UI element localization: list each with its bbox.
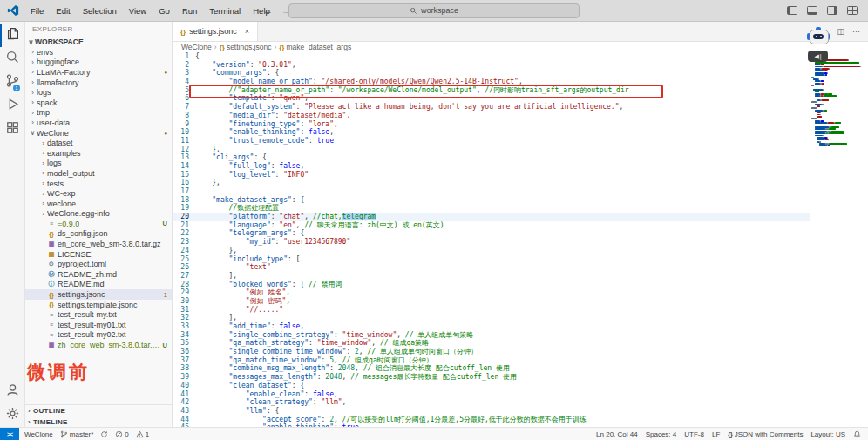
code-editor[interactable]: 1234567891011121314151617181920212223242… [173, 52, 868, 427]
tree-item-dataset[interactable]: ›dataset [25, 138, 172, 148]
outline-section[interactable]: ›OUTLINE [25, 404, 172, 416]
status-errors[interactable]: 0 [115, 430, 128, 438]
tree-item-test-result-my.txt[interactable]: ≡test_result-my.txt [25, 309, 172, 320]
editor-more-actions-icon[interactable]: ··· [852, 27, 860, 36]
minimap[interactable] [811, 53, 865, 147]
code-line-31[interactable]: "//....." [195, 306, 809, 315]
tree-item-settings.template.jsonc[interactable]: {}settings.template.jsonc [25, 300, 172, 310]
breadcrumb-settings.jsonc[interactable]: {}settings.jsonc [220, 43, 272, 51]
code-line-5[interactable]: //"adapter_name_or_path": "/workspace/We… [195, 86, 809, 95]
tree-item-readme-zh.md[interactable]: ⓂREADME_zh.md [25, 269, 172, 280]
tree-item-ds-config.json[interactable]: {}ds_config.json [25, 229, 172, 240]
tab-settings-jsonc[interactable]: {} settings.jsonc × [173, 22, 258, 41]
explorer-more-actions-icon[interactable]: ··· [154, 25, 165, 34]
workspace-section-header[interactable]: ∨ WORKSPACE [25, 37, 172, 47]
activity-manage[interactable] [0, 403, 24, 427]
code-line-4[interactable]: "model_name_or_path": "/shared-only/mode… [195, 78, 809, 86]
status-cursor-position[interactable]: Ln 20, Col 44 [596, 430, 638, 438]
code-line-21[interactable]: "language": "en", // 聊天常用语言: zh(中文) 或 en… [195, 221, 809, 230]
code-line-29[interactable]: "例如 姓名", [195, 288, 809, 297]
split-editor-icon[interactable]: ◫ [837, 27, 844, 36]
nav-back-icon[interactable]: ← [263, 5, 273, 16]
code-line-13[interactable]: "cli_args": { [195, 153, 809, 162]
tree-item-model-output[interactable]: ›model_output [25, 168, 172, 179]
toggle-secondary-sidebar-icon[interactable] [827, 6, 837, 15]
tree-item-test-result-my01.txt[interactable]: ≡test_result-my01.txt [25, 320, 172, 330]
code-line-8[interactable]: "media_dir": "dataset/media", [195, 112, 809, 120]
menu-go[interactable]: Go [153, 1, 176, 21]
status-indentation[interactable]: Spaces: 4 [646, 430, 677, 438]
customize-layout-icon[interactable] [847, 6, 858, 15]
code-line-35[interactable]: "qa_match_strategy": "time_window", // 组… [195, 339, 809, 348]
code-line-30[interactable]: "例如 密码", [195, 297, 809, 306]
breadcrumb-weclone[interactable]: WeClone [181, 43, 212, 51]
code-line-45[interactable]: "enable_thinking": true [195, 423, 809, 427]
activity-extensions[interactable] [0, 118, 24, 141]
menu-terminal[interactable]: Terminal [203, 1, 247, 21]
status-encoding[interactable]: UTF-8 [684, 430, 704, 438]
breadcrumb-make_dataset_args[interactable]: {}make_dataset_args [279, 43, 351, 51]
tree-item-logs[interactable]: ›logs [25, 87, 172, 98]
status-sync[interactable] [100, 430, 108, 438]
tree-item-tests[interactable]: ›tests [25, 179, 172, 189]
code-line-14[interactable]: "full_log": false, [195, 162, 809, 171]
activity-search[interactable] [0, 47, 24, 71]
tree-item-llama-factory[interactable]: ›LLaMA-Factory● [25, 67, 172, 78]
menu-run[interactable]: Run [176, 1, 203, 21]
tree-item-weclone[interactable]: ›weclone [25, 199, 172, 209]
tree-item-huggingface[interactable]: ›huggingface [25, 58, 172, 68]
tab-close-icon[interactable]: × [245, 27, 249, 36]
tree-item-weclone[interactable]: ∨WeClone● [25, 128, 172, 139]
code-line-26[interactable]: "text" [195, 263, 809, 272]
code-line-11[interactable]: "trust_remote_code": true [195, 137, 809, 146]
code-line-22[interactable]: "telegram_args": { [195, 229, 809, 238]
assistant-avatar[interactable] [807, 24, 830, 47]
code-line-20[interactable]: "platform": "chat", //chat,telegram [195, 213, 809, 221]
tree-item-zh-core-web-sm-3.8.0.tar.gz[interactable]: ▦zh_core_web_sm-3.8.0.tar.gzU [25, 340, 172, 350]
code-line-17[interactable] [195, 187, 809, 196]
code-line-34[interactable]: "single_combine_strategy": "time_window"… [195, 331, 809, 340]
tree-item-examples[interactable]: ›examples [25, 148, 172, 159]
code-line-39[interactable]: "messages_max_length": 2048, // messages… [195, 373, 809, 382]
tree-item-tmp[interactable]: ›tmp [25, 108, 172, 118]
code-line-18[interactable]: "make_dataset_args": { [195, 196, 809, 205]
command-center-search[interactable]: workspace [288, 3, 580, 18]
tree-item-weclone.egg-info[interactable]: ›WeClone.egg-info [25, 209, 172, 220]
tree-item-license[interactable]: ▤LICENSE [25, 249, 172, 260]
code-line-7[interactable]: "default_system": "Please act like a hum… [195, 103, 809, 112]
code-line-37[interactable]: "qa_match_time_window": 5, // 组成qa时间窗口（分… [195, 356, 809, 365]
code-line-9[interactable]: "finetuning_type": "lora", [195, 120, 809, 129]
code-line-41[interactable]: "enable_clean": false, [195, 390, 809, 399]
tree-item-test-result-my02.txt[interactable]: ≡test_result-my02.txt [25, 330, 172, 341]
code-line-44[interactable]: "accept_score": 2, //可以接受的llm打分阈值,1分最差,5… [195, 416, 809, 424]
code-line-33[interactable]: "add_time": false, [195, 322, 809, 331]
code-line-27[interactable]: ], [195, 272, 809, 281]
tree-item-user-data[interactable]: ›user-data [25, 118, 172, 128]
tree-item-logs[interactable]: ›logs [25, 159, 172, 169]
code-line-36[interactable]: "single_combine_time_window": 2, // 单人组成… [195, 348, 809, 356]
tree-item-settings.jsonc[interactable]: {}settings.jsonc1 [25, 289, 172, 300]
code-line-19[interactable]: //数据处理配置 [195, 204, 809, 213]
activity-source-control[interactable]: 1 [0, 71, 24, 94]
tree-item-spack[interactable]: ›spack [25, 98, 172, 108]
code-line-15[interactable]: "log_level": "INFO" [195, 171, 809, 179]
code-line-25[interactable]: "include_type": [ [195, 255, 809, 264]
status-branch[interactable]: master* [60, 430, 94, 438]
collapse-widget-button[interactable]: ◀| [808, 51, 828, 62]
timeline-section[interactable]: ›TIMELINE [25, 416, 172, 427]
code-line-32[interactable]: ], [195, 314, 809, 322]
toggle-panel-icon[interactable] [807, 6, 817, 15]
code-line-40[interactable]: "clean_dataset": { [195, 382, 809, 390]
code-line-38[interactable]: "combine_msg_max_length": 2048, // 组合消息最… [195, 364, 809, 373]
tree-item-=0.9.0[interactable]: ≡=0.9.0U [25, 219, 172, 229]
toggle-sidebar-icon[interactable] [787, 6, 797, 15]
status-language-mode[interactable]: {}JSON with Comments [728, 430, 803, 438]
menu-file[interactable]: File [24, 1, 50, 21]
code-line-10[interactable]: "enable_thinking": false, [195, 128, 809, 137]
tree-item-wc-exp[interactable]: ›WC-exp [25, 188, 172, 199]
menu-selection[interactable]: Selection [77, 1, 123, 21]
status-notifications[interactable] [853, 430, 861, 438]
status-keyboard-layout[interactable]: Layout: US [810, 430, 845, 438]
code-line-42[interactable]: "clean_strategy": "llm", [195, 398, 809, 407]
activity-explorer[interactable] [0, 24, 24, 47]
